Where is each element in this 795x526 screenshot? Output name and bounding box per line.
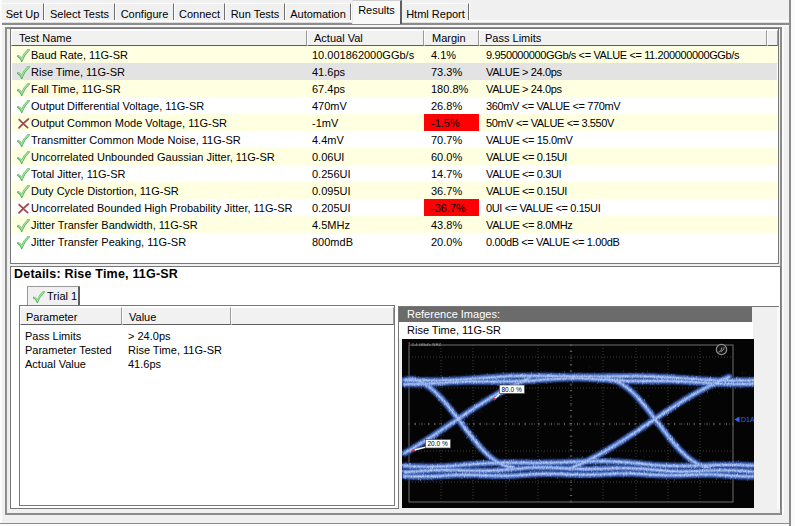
svg-text:2.4 GBd/s NRZ: 2.4 GBd/s NRZ — [412, 342, 442, 347]
svg-text:80.0 %: 80.0 % — [502, 386, 522, 393]
svg-text:20.0 %: 20.0 % — [428, 440, 448, 447]
svg-text:D1A: D1A — [741, 416, 754, 423]
